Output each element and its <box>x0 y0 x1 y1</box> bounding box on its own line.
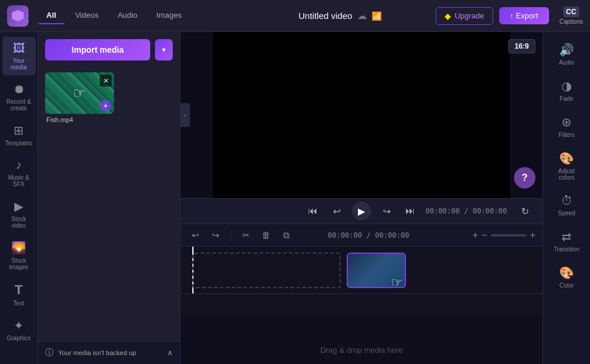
app-logo <box>7 5 28 27</box>
speed-tool-label: Speed <box>558 210 575 216</box>
top-right-controls: ◆ Upgrade ↑ Export CC Captions <box>436 7 583 25</box>
text-icon: T <box>15 282 23 298</box>
right-tool-adjust-colors[interactable]: 🎨 Adjustcolors <box>545 145 588 187</box>
cut-button[interactable]: ✂ <box>238 228 253 243</box>
media-delete-button[interactable]: ✕ <box>100 75 112 87</box>
duplicate-button[interactable]: ⧉ <box>278 228 294 243</box>
tab-videos[interactable]: Videos <box>67 7 107 24</box>
media-thumbnail-fish[interactable]: ☞ ✕ + <box>45 72 114 114</box>
sidebar-icons: 🖼 Your media ⏺ Record &create ⊞ Template… <box>0 32 38 364</box>
cursor-hand-icon: ☞ <box>73 85 86 101</box>
sidebar-item-stock-video[interactable]: ▶ Stock video <box>2 194 36 234</box>
sidebar-item-graphics[interactable]: ✦ Graphics <box>2 314 36 346</box>
filters-tool-label: Filters <box>559 132 575 138</box>
backup-chevron-icon[interactable]: ∧ <box>167 349 173 357</box>
your-media-icon: 🖼 <box>13 41 25 55</box>
app-logo-icon <box>12 10 24 22</box>
timeline-time-display: 00:00:00 / 00:00:00 <box>328 231 409 240</box>
zoom-in-button[interactable]: + <box>530 230 535 241</box>
export-label: ↑ Export <box>510 11 538 20</box>
speed-tool-icon: ⏱ <box>561 194 573 207</box>
import-media-button[interactable]: Import media <box>45 39 150 60</box>
redo-icon: ↪ <box>212 230 220 241</box>
tab-images[interactable]: Images <box>148 7 190 24</box>
backup-label: Your media isn't backed up <box>58 349 136 356</box>
sidebar-label-templates: Templates <box>5 140 33 146</box>
dropdown-chevron-icon: ▾ <box>162 46 166 54</box>
fade-tool-icon: ◑ <box>562 79 572 93</box>
media-add-button[interactable]: + <box>100 100 112 111</box>
templates-icon: ⊞ <box>14 123 24 138</box>
sidebar-item-your-media[interactable]: 🖼 Your media <box>2 37 36 75</box>
sidebar-item-music-sfx[interactable]: ♪ Music & SFX <box>2 154 36 192</box>
help-button[interactable]: ? <box>514 167 535 189</box>
audio-tool-icon: 🔊 <box>559 43 574 57</box>
tab-audio[interactable]: Audio <box>109 7 145 24</box>
right-panel: 🔊 Audio ◑ Fade ⊛ Filters 🎨 Adjustcolors … <box>543 32 590 364</box>
color-tool-label: Color <box>560 282 574 289</box>
right-tool-color[interactable]: 🎨 Color <box>545 260 588 295</box>
cut-icon: ✂ <box>242 230 250 241</box>
redo-button[interactable]: ↪ <box>208 228 223 243</box>
play-button[interactable]: ▶ <box>352 202 371 221</box>
sidebar-item-stock-images[interactable]: 🌄 Stockimages <box>2 236 36 275</box>
graphics-icon: ✦ <box>14 318 24 333</box>
undo-button[interactable]: ↩ <box>188 228 203 243</box>
zoom-out-button[interactable]: − <box>481 230 487 241</box>
captions-label: Captions <box>560 18 583 25</box>
collapse-icon: ‹ <box>184 112 186 119</box>
sidebar-label-text: Text <box>13 300 24 306</box>
upgrade-button[interactable]: ◆ Upgrade <box>436 7 493 25</box>
add-track-button[interactable]: + <box>472 230 478 241</box>
forward-button[interactable]: ↪ <box>378 203 395 219</box>
captions-button[interactable]: CC Captions <box>560 7 583 25</box>
right-tool-audio[interactable]: 🔊 Audio <box>545 37 588 72</box>
stock-images-icon: 🌄 <box>11 241 26 255</box>
time-display: 00:00:00 / 00:00:00 <box>426 207 507 215</box>
main-layout: 🖼 Your media ⏺ Record &create ⊞ Template… <box>0 32 590 364</box>
delete-icon: 🗑 <box>262 230 271 240</box>
sidebar-item-templates[interactable]: ⊞ Templates <box>2 119 36 151</box>
zoom-out-icon: − <box>481 230 487 240</box>
import-dropdown-button[interactable]: ▾ <box>155 39 173 60</box>
transport-bar: ⏮ ↩ ▶ ↪ ⏭ 00:00:00 / 00:00:00 ↻ <box>180 198 543 224</box>
sidebar-item-record-create[interactable]: ⏺ Record &create <box>2 78 36 116</box>
forward-icon: ↪ <box>383 206 391 217</box>
play-icon: ▶ <box>358 206 365 217</box>
skip-back-icon: ⏮ <box>308 206 318 216</box>
drag-drop-label: Drag & drop media here <box>321 346 403 355</box>
adjust-colors-tool-icon: 🎨 <box>559 151 574 165</box>
rewind-button[interactable]: ↩ <box>328 203 345 219</box>
wifi-icon: 📶 <box>372 11 382 21</box>
skip-forward-button[interactable]: ⏭ <box>402 203 418 219</box>
adjust-colors-tool-label: Adjustcolors <box>559 168 575 181</box>
top-tabs: All Videos Audio Images <box>38 7 190 24</box>
skip-back-button[interactable]: ⏮ <box>304 203 321 219</box>
zoom-slider[interactable] <box>491 234 526 237</box>
right-tool-fade[interactable]: ◑ Fade <box>545 73 588 108</box>
preview-area: ‹ 16:9 ? ⏮ ↩ ▶ ↪ ⏭ 00:00:0 <box>180 32 543 364</box>
sidebar-label-music-sfx: Music & SFX <box>5 174 33 187</box>
project-title: Untitled video <box>299 11 353 21</box>
aspect-ratio-badge: 16:9 <box>508 39 535 53</box>
sidebar-label-stock-images: Stockimages <box>9 257 28 270</box>
sidebar-item-text[interactable]: T Text <box>2 277 36 311</box>
filters-tool-icon: ⊛ <box>562 115 572 129</box>
right-tool-filters[interactable]: ⊛ Filters <box>545 109 588 144</box>
skip-forward-icon: ⏭ <box>405 206 415 216</box>
tab-all[interactable]: All <box>38 7 65 24</box>
rotate-button[interactable]: ↻ <box>516 203 533 219</box>
right-tool-transition[interactable]: ⇄ Transition <box>545 223 588 258</box>
export-button[interactable]: ↑ Export <box>499 7 549 24</box>
collapse-panel-button[interactable]: ‹ <box>180 103 190 127</box>
right-tool-speed[interactable]: ⏱ Speed <box>545 188 588 222</box>
timeline-toolbar: ↩ ↪ ✂ 🗑 ⧉ 00:00:00 / 00:00:00 + − <box>180 224 543 247</box>
delete-button[interactable]: 🗑 <box>258 228 274 243</box>
timeline-area: ☞ Drag & drop media here <box>180 247 543 364</box>
transition-tool-icon: ⇄ <box>562 229 572 244</box>
fade-tool-label: Fade <box>560 95 573 102</box>
video-canvas <box>213 32 510 198</box>
duplicate-icon: ⧉ <box>283 230 290 241</box>
sidebar-label-graphics: Graphics <box>7 335 30 341</box>
stock-video-icon: ▶ <box>14 199 23 213</box>
